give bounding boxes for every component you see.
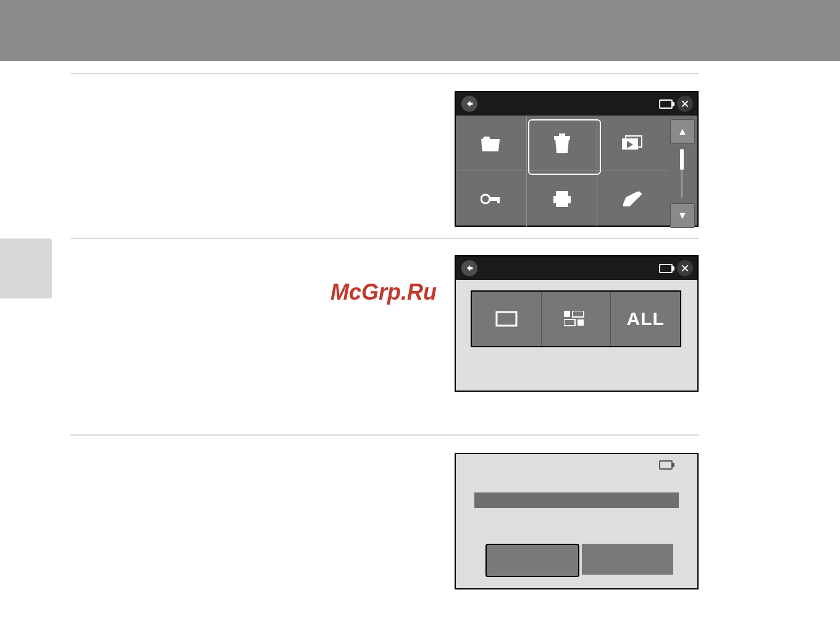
scroll-controls: ▲ ▼: [670, 119, 694, 223]
menu-grid: [456, 116, 668, 226]
confirm-screen: [455, 453, 699, 589]
menu-item-edit[interactable]: [597, 171, 668, 227]
battery-icon: [659, 99, 673, 109]
screen-titlebar: [456, 92, 697, 116]
svg-rect-6: [564, 311, 570, 317]
mode-multi[interactable]: [542, 292, 611, 346]
back-button[interactable]: [461, 95, 478, 112]
close-button[interactable]: [676, 95, 694, 112]
page-side-tab: [0, 239, 52, 298]
delete-mode-screen: ALL: [455, 255, 699, 392]
svg-rect-9: [578, 319, 584, 326]
divider: [70, 73, 699, 74]
close-button[interactable]: [676, 260, 694, 277]
menu-item-print[interactable]: [527, 171, 598, 227]
confirm-yes-button[interactable]: [485, 544, 579, 577]
screen-titlebar: [456, 256, 697, 280]
mode-option-row: ALL: [471, 290, 681, 347]
divider: [70, 434, 699, 436]
mode-all-label: ALL: [627, 308, 665, 329]
svg-rect-7: [573, 311, 584, 317]
mode-all[interactable]: ALL: [611, 292, 680, 346]
scroll-up-button[interactable]: ▲: [670, 119, 695, 144]
divider: [70, 238, 699, 239]
scrollbar-thumb[interactable]: [680, 149, 684, 170]
scrollbar-track[interactable]: [681, 149, 683, 198]
battery-icon: [659, 264, 673, 273]
confirm-buttons: [485, 544, 673, 577]
top-grey-bar: [0, 0, 840, 61]
battery-icon: [659, 460, 673, 470]
mode-single[interactable]: [472, 292, 542, 346]
confirm-no-button[interactable]: [582, 544, 673, 575]
menu-item-trash[interactable]: [527, 116, 598, 171]
svg-point-2: [481, 195, 490, 203]
menu-item-favorites[interactable]: [456, 116, 527, 171]
menu-screen: ▲ ▼: [455, 91, 699, 227]
watermark-text: McGrp.Ru: [330, 279, 437, 305]
svg-rect-4: [497, 197, 500, 203]
menu-item-slideshow[interactable]: [597, 116, 668, 171]
scroll-down-button[interactable]: ▼: [670, 203, 695, 228]
back-button[interactable]: [461, 260, 478, 277]
message-bar: [474, 492, 679, 508]
svg-rect-5: [497, 312, 516, 326]
menu-item-protect[interactable]: [456, 171, 527, 227]
svg-rect-8: [564, 319, 575, 326]
